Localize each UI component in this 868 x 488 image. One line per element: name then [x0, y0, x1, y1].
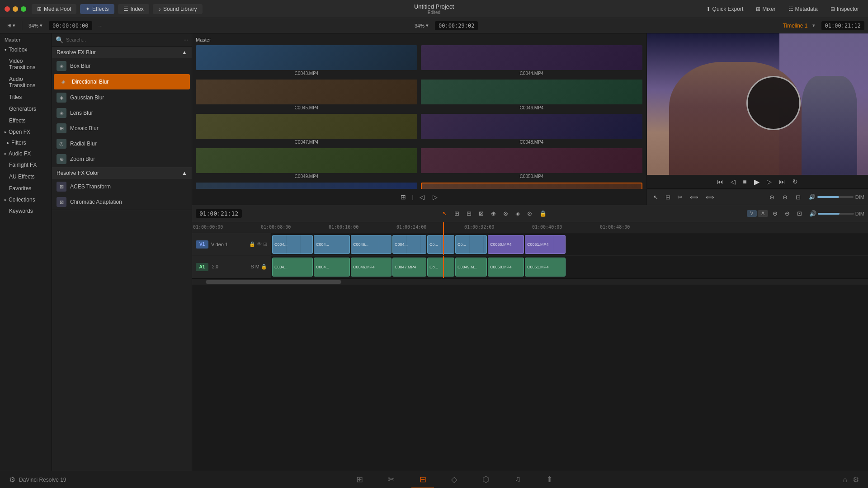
tl-clip-c0049[interactable]: Co... — [455, 235, 487, 254]
clip-c0050[interactable]: C0050.MP4 — [421, 148, 642, 179]
prog-skip-start[interactable]: ⏮ — [715, 177, 726, 187]
video-track-btn[interactable]: V — [747, 210, 757, 217]
clip-c0046[interactable]: C0046.MP4 — [421, 80, 642, 110]
resolve-fx-blur-header[interactable]: Resolve FX Blur ▲ — [52, 47, 192, 58]
tl-slip-tool[interactable]: ⟺ — [687, 192, 701, 202]
inspector-button[interactable]: ⊟ Inspector — [826, 4, 863, 14]
tl-clip-c0046[interactable]: C0046... — [351, 235, 392, 254]
tl-a-solo[interactable]: M — [255, 264, 259, 270]
clip-timeline1[interactable]: Timeline 1 — [421, 183, 642, 189]
sidebar-item-keywords[interactable]: Keywords — [2, 206, 50, 216]
tl-move-tool[interactable]: ⊞ — [452, 209, 462, 218]
fx-box-blur[interactable]: ◈ Box Blur — [52, 58, 192, 74]
tab-fairlight[interactable]: ♫ — [506, 471, 529, 488]
fx-radial-blur[interactable]: ◎ Radial Blur — [52, 136, 192, 151]
tab-color[interactable]: ⬡ — [475, 471, 497, 488]
tl-marker[interactable]: ◈ — [513, 209, 523, 218]
tl-audio-c0044[interactable]: C004... — [314, 258, 350, 277]
clip-c0048[interactable]: C0048.MP4 — [421, 114, 642, 145]
fx-gaussian-blur[interactable]: ◈ Gaussian Blur — [52, 90, 192, 105]
tl-clip-c0043[interactable]: C004... — [272, 235, 313, 254]
sound-library-button[interactable]: ♪ Sound Library — [153, 4, 203, 14]
tl-audio-c0046[interactable]: C0046.MP4 — [351, 258, 392, 277]
fx-aces-transform[interactable]: ⊠ ACES Transform — [52, 179, 192, 194]
prog-prev-frame[interactable]: ◁ — [728, 177, 738, 187]
clip-c0051[interactable]: C0051.MP4 — [196, 183, 417, 189]
fx-chromatic-adaptation[interactable]: ⊠ Chromatic Adaptation — [52, 194, 192, 210]
tab-cut[interactable]: ✂ — [380, 471, 402, 488]
effects-options-icon[interactable]: ··· — [184, 37, 188, 43]
tl-razor-tool[interactable]: ✂ — [675, 192, 685, 202]
tl-lock[interactable]: 🔒 — [537, 209, 549, 218]
tl-scroll-thumb[interactable] — [206, 280, 341, 284]
source-prev-btn[interactable]: ◁ — [417, 192, 427, 202]
tab-deliver[interactable]: ⬆ — [538, 471, 561, 488]
media-pool-button[interactable]: ⊞ Media Pool — [32, 4, 76, 14]
tab-edit[interactable]: ⊟ — [411, 471, 434, 488]
tl-volume-slider[interactable] — [818, 213, 854, 215]
tl-clip-c0051[interactable]: C0051.MP4 — [525, 235, 566, 254]
prog-skip-end[interactable]: ⏭ — [777, 177, 788, 187]
tl-audio-c0043[interactable]: C004... — [272, 258, 313, 277]
collections-group[interactable]: ▸ Collections — [0, 194, 52, 205]
tl-clip-co[interactable]: Co... — [427, 235, 454, 254]
fx-zoom-blur[interactable]: ⊕ Zoom Blur — [52, 151, 192, 167]
zoom-in-btn[interactable]: ⊕ — [767, 192, 777, 202]
clip-c0049[interactable]: C0049.MP4 — [196, 148, 417, 179]
volume-slider[interactable] — [817, 196, 854, 198]
sidebar-item-fairlight[interactable]: Fairlight FX — [2, 160, 50, 170]
resolve-fx-color-header[interactable]: Resolve FX Color ▲ — [52, 167, 192, 179]
sidebar-item-au-effects[interactable]: AU Effects — [2, 171, 50, 182]
sidebar-item-generators[interactable]: Generators — [2, 103, 50, 114]
metadata-button[interactable]: ☷ Metadata — [784, 4, 822, 14]
zoom-in-tl[interactable]: ⊕ — [770, 209, 780, 218]
zoom-fit-tl[interactable]: ⊡ — [794, 209, 805, 218]
tl-a-lock[interactable]: 🔒 — [261, 264, 267, 270]
mixer-button[interactable]: ⊞ Mixer — [751, 4, 780, 14]
tab-fusion[interactable]: ◇ — [443, 471, 466, 488]
tl-arrow-tool[interactable]: ↖ — [439, 209, 450, 218]
quick-export-button[interactable]: ⬆ Quick Export — [702, 4, 748, 14]
tl-clip-c0050[interactable]: C0050.MP4 — [488, 235, 524, 254]
tl-v-lock[interactable]: 🔒 — [249, 241, 255, 247]
index-button[interactable]: ☰ Index — [118, 4, 149, 14]
tl-audio-c0049[interactable]: C0049.M... — [455, 258, 487, 277]
clip-c0047[interactable]: C0047.MP4 — [196, 114, 417, 145]
sidebar-item-video-transitions[interactable]: Video Transitions — [2, 56, 50, 73]
source-options[interactable]: ··· — [95, 22, 106, 30]
tl-audio-c0050[interactable]: C0050.MP4 — [488, 258, 524, 277]
zoom-fit-btn[interactable]: ⊡ — [793, 192, 803, 202]
gear-btn[interactable]: ⚙ — [853, 475, 859, 484]
effects-button[interactable]: ✦ Effects — [80, 4, 114, 14]
tl-dynamic-trim[interactable]: ⊟ — [464, 209, 474, 218]
tl-select-tool[interactable]: ↖ — [651, 192, 661, 202]
clip-c0044[interactable]: C0044.MP4 — [421, 45, 642, 76]
fx-directional-blur[interactable]: ◈ Directional Blur — [54, 74, 190, 89]
tl-audio-c0047[interactable]: C0047.MP4 — [392, 258, 426, 277]
close-window-btn[interactable] — [5, 6, 10, 12]
sidebar-item-audio-transitions[interactable]: Audio Transitions — [2, 74, 50, 91]
audio-track-btn[interactable]: A — [758, 210, 768, 217]
tl-clip-c0047[interactable]: C004... — [392, 235, 426, 254]
settings-btn[interactable]: ⌂ — [843, 476, 847, 484]
audio-fx-group[interactable]: ▸ Audio FX — [0, 148, 52, 159]
prog-next-frame[interactable]: ▷ — [764, 177, 774, 187]
tl-link[interactable]: ⊘ — [524, 209, 535, 218]
tl-slide-tool[interactable]: ⟺ — [703, 192, 717, 202]
sidebar-item-effects[interactable]: Effects — [2, 115, 50, 126]
zoom-control[interactable]: 34% ▾ — [25, 21, 46, 30]
clip-c0045[interactable]: C0045.MP4 — [196, 80, 417, 110]
tl-horizontal-scroll[interactable] — [192, 278, 868, 285]
viewer-options[interactable]: ⊞ ▾ — [4, 21, 19, 30]
maximize-window-btn[interactable] — [21, 6, 26, 12]
source-next-btn[interactable]: ▷ — [430, 192, 440, 202]
tl-snap[interactable]: ⊕ — [488, 209, 499, 218]
tl-audio-c0051[interactable]: C0051.MP4 — [525, 258, 566, 277]
tl-cut-tool[interactable]: ⊠ — [476, 209, 486, 218]
search-placeholder[interactable]: Search... — [66, 37, 181, 42]
timeline-dropdown[interactable]: ▾ — [812, 23, 815, 28]
tl-audio-co[interactable]: Co... — [427, 258, 454, 277]
tl-clip-c0044[interactable]: C004... — [314, 235, 350, 254]
minimize-window-btn[interactable] — [13, 6, 18, 12]
prog-loop[interactable]: ↻ — [790, 177, 800, 187]
